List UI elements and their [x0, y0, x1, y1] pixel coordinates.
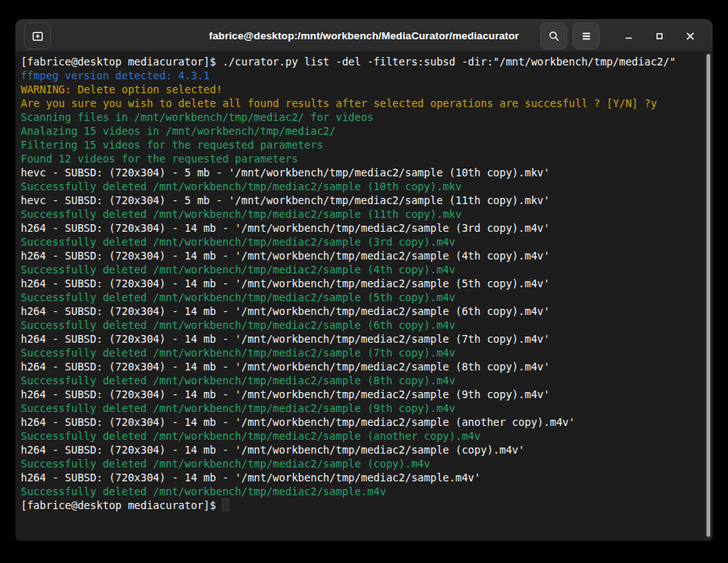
minimize-button[interactable] — [617, 22, 640, 49]
hamburger-menu-icon — [580, 30, 593, 42]
terminal-line: h264 - SUBSD: (720x304) - 14 mb - '/mnt/… — [21, 304, 700, 318]
scrollbar-thumb[interactable] — [706, 54, 710, 537]
terminal-line: Successfully deleted /mnt/workbench/tmp/… — [21, 179, 700, 193]
terminal-line: Successfully deleted /mnt/workbench/tmp/… — [21, 457, 700, 471]
close-icon — [684, 30, 696, 42]
terminal-line: Successfully deleted /mnt/workbench/tmp/… — [21, 235, 700, 249]
terminal-line: hevc - SUBSD: (720x304) - 5 mb - '/mnt/w… — [21, 166, 700, 179]
terminal-line: hevc - SUBSD: (720x304) - 5 mb - '/mnt/w… — [21, 193, 700, 207]
terminal-line: Successfully deleted /mnt/workbench/tmp/… — [21, 484, 700, 498]
terminal-line: Successfully deleted /mnt/workbench/tmp/… — [21, 346, 700, 360]
terminal-line: h264 - SUBSD: (720x304) - 14 mb - '/mnt/… — [21, 221, 700, 235]
menu-button[interactable] — [573, 22, 599, 49]
terminal-line: Found 12 videos for the requested parame… — [21, 152, 700, 166]
terminal-line: Are you sure you wish to delete all foun… — [21, 96, 700, 110]
terminal-line: Successfully deleted /mnt/workbench/tmp/… — [21, 374, 700, 387]
terminal-line: [fabrice@desktop mediacurator]$ — [21, 498, 700, 512]
terminal-line: ffmpeg version detected: 4.3.1 — [21, 69, 700, 82]
terminal-line: h264 - SUBSD: (720x304) - 14 mb - '/mnt/… — [21, 471, 700, 484]
terminal-line: h264 - SUBSD: (720x304) - 14 mb - '/mnt/… — [21, 387, 700, 401]
terminal-line: Successfully deleted /mnt/workbench/tmp/… — [21, 290, 700, 304]
terminal-line: Successfully deleted /mnt/workbench/tmp/… — [21, 263, 700, 276]
terminal-line: Successfully deleted /mnt/workbench/tmp/… — [21, 429, 700, 443]
new-tab-icon — [32, 30, 44, 42]
terminal-line: Filtering 15 videos for the requested pa… — [21, 138, 700, 152]
terminal-line: Scanning files in /mnt/workbench/tmp/med… — [21, 110, 700, 124]
terminal-line: Analazing 15 videos in /mnt/workbench/tm… — [21, 124, 700, 138]
terminal-line: Successfully deleted /mnt/workbench/tmp/… — [21, 401, 700, 415]
minimize-icon — [623, 30, 635, 42]
terminal-line: [fabrice@desktop mediacurator]$ ./curato… — [21, 55, 700, 69]
search-icon — [548, 30, 560, 42]
terminal-line: h264 - SUBSD: (720x304) - 14 mb - '/mnt/… — [21, 360, 700, 374]
terminal-line: h264 - SUBSD: (720x304) - 14 mb - '/mnt/… — [21, 249, 700, 263]
close-button[interactable] — [679, 22, 702, 49]
terminal-line: h264 - SUBSD: (720x304) - 14 mb - '/mnt/… — [21, 276, 700, 290]
terminal-line: Successfully deleted /mnt/workbench/tmp/… — [21, 318, 700, 332]
terminal-line: WARNING: Delete option selected! — [21, 82, 700, 96]
scrollbar-track[interactable] — [703, 52, 713, 541]
terminal-line: h264 - SUBSD: (720x304) - 14 mb - '/mnt/… — [21, 332, 700, 346]
search-button[interactable] — [540, 22, 567, 49]
new-tab-button[interactable] — [24, 22, 51, 49]
terminal-cursor — [222, 499, 229, 511]
terminal-screen[interactable]: [fabrice@desktop mediacurator]$ ./curato… — [15, 52, 713, 541]
terminal-line: Successfully deleted /mnt/workbench/tmp/… — [21, 207, 700, 221]
terminal-line: h264 - SUBSD: (720x304) - 14 mb - '/mnt/… — [21, 415, 700, 429]
terminal-output: [fabrice@desktop mediacurator]$ ./curato… — [21, 55, 700, 541]
terminal-line: h264 - SUBSD: (720x304) - 14 mb - '/mnt/… — [21, 443, 700, 457]
maximize-button[interactable] — [648, 22, 671, 49]
maximize-icon — [653, 30, 666, 42]
titlebar[interactable]: fabrice@desktop:/mnt/workbench/MediaCura… — [15, 19, 713, 52]
terminal-window: fabrice@desktop:/mnt/workbench/MediaCura… — [15, 19, 713, 541]
